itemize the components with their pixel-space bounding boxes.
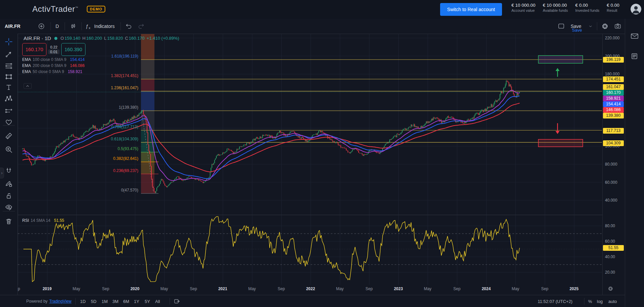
screenshot-button[interactable] <box>612 19 623 34</box>
change-value: +1.410 (+0.89%) <box>147 36 179 41</box>
price-tag: 160.170 <box>603 90 624 96</box>
account-stat: € 10 000.00Account value <box>511 3 535 12</box>
mail-button[interactable] <box>630 32 640 41</box>
add-symbol-button[interactable] <box>36 19 46 34</box>
ema-name: EMA <box>22 69 31 74</box>
target-box-upper[interactable] <box>538 56 583 63</box>
timeframe-1m[interactable]: 1M <box>102 295 108 307</box>
rsi-value: 51.55 <box>54 218 64 223</box>
timeframe-5y[interactable]: 5Y <box>145 295 150 307</box>
timeframe-5d[interactable]: 5D <box>91 295 97 307</box>
tool-fib-retracement[interactable] <box>3 61 14 71</box>
chart-legend: AIR.FR · 1D O159.140 H160.200 L158.820 C… <box>24 35 179 41</box>
buy-button[interactable]: 160.390 <box>61 43 85 56</box>
auto-scale-button[interactable]: auto <box>608 295 617 307</box>
crosshair-icon <box>4 37 13 46</box>
ema-legend-row[interactable]: EMA50 close 0 SMA 9158.921 <box>22 69 82 74</box>
ohlc-values: O159.140 H160.200 L158.820 C160.170 +1.4… <box>61 36 179 41</box>
tool-xabcd-pattern[interactable] <box>3 93 14 104</box>
svg-text:x: x <box>89 26 91 30</box>
tool-lock-drawings[interactable] <box>3 191 14 201</box>
timeframe-1d[interactable]: 1D <box>80 295 86 307</box>
tool-crosshair[interactable] <box>3 36 14 47</box>
toolbar-divider <box>3 211 15 211</box>
clock: 11:52:07 (UTC+2) <box>538 295 572 307</box>
fib-retracement[interactable] <box>141 29 602 194</box>
account-stat: € 10 000.00Available funds <box>543 3 568 12</box>
price-tag: 139.380 <box>603 113 624 118</box>
tool-drawing-mode[interactable] <box>3 178 14 189</box>
chevron-down-icon <box>588 24 593 29</box>
delete-drawings-icon <box>4 217 13 226</box>
tool-forecast[interactable] <box>3 105 14 116</box>
camera-icon <box>614 23 621 30</box>
sell-button[interactable]: 160.170 <box>22 43 46 56</box>
tool-trend-line[interactable] <box>3 49 14 60</box>
timeframe-1y[interactable]: 1Y <box>134 295 139 307</box>
redo-icon <box>137 23 145 30</box>
account-stat: € 0.00Result <box>607 3 619 12</box>
timeframe-all[interactable]: All <box>155 295 160 307</box>
legend-collapse-button[interactable] <box>24 83 32 89</box>
fib-label: 0.236(69.237) <box>84 168 138 173</box>
tool-zoom-in[interactable] <box>3 144 14 155</box>
ema-legend-row[interactable]: EMA200 close 0 SMA 9146.086 <box>22 63 84 68</box>
indicators-label: Indicators <box>94 24 115 29</box>
arrow-up[interactable] <box>556 68 560 77</box>
timeframe-6m[interactable]: 6M <box>123 295 129 307</box>
indicators-button[interactable]: ƒx Indicators <box>84 19 115 34</box>
time-label: 2022 <box>306 286 315 291</box>
fullscreen-button[interactable] <box>556 19 567 34</box>
candlestick-icon <box>70 23 77 30</box>
undo-button[interactable] <box>124 19 134 34</box>
ema-value: 154.414 <box>70 57 84 62</box>
time-label: 2023 <box>394 286 403 291</box>
activtrader-app: ActivTrader™ DEMO Switch to Real account… <box>0 0 644 307</box>
tool-rectangle[interactable] <box>3 71 14 82</box>
price-tag: 158.921 <box>603 96 624 101</box>
fib-label: 0.5(93.475) <box>84 146 138 151</box>
ema-params: 200 close 0 SMA 9 <box>33 63 66 68</box>
save-menu-button[interactable] <box>587 19 594 34</box>
avatar[interactable] <box>631 4 641 14</box>
interval-button[interactable]: D <box>53 19 61 34</box>
news-icon <box>630 52 639 61</box>
tool-text[interactable] <box>3 82 14 93</box>
rsi-tick: 40.00 <box>605 254 615 259</box>
switch-to-real-button[interactable]: Switch to Real account <box>440 3 502 16</box>
time-label: May <box>336 286 344 291</box>
rsi-legend: RSI 14 SMA 14 51.55 <box>22 218 64 223</box>
news-button[interactable] <box>630 52 640 61</box>
ema-name: EMA <box>22 57 31 62</box>
symbol-button[interactable]: AIR.FR <box>5 19 21 34</box>
go-to-date-button[interactable] <box>174 295 180 307</box>
timeframe-3m[interactable]: 3M <box>112 295 118 307</box>
chart-toolbar: AIR.FR D ƒx Indicators Save <box>0 19 644 34</box>
log-scale-button[interactable]: log <box>597 295 603 307</box>
right-sidebar <box>625 19 644 307</box>
price-scale-settings-button[interactable] <box>608 286 613 292</box>
legend-symbol[interactable]: AIR.FR · 1D <box>24 35 51 41</box>
chart-style-button[interactable] <box>68 19 79 34</box>
arrow-down[interactable] <box>556 123 560 134</box>
panel-expander-button[interactable]: › <box>0 168 4 178</box>
demo-badge: DEMO <box>87 6 105 12</box>
target-box-lower[interactable] <box>538 139 583 147</box>
price-tag: 154.414 <box>603 101 624 107</box>
tool-delete-drawings[interactable] <box>3 216 14 227</box>
redo-button[interactable] <box>136 19 146 34</box>
drawing-toolbar <box>0 34 18 295</box>
tradingview-link[interactable]: TradingView <box>49 299 71 304</box>
percent-scale-button[interactable]: % <box>588 295 592 307</box>
settings-button[interactable] <box>600 19 610 34</box>
ema-lines <box>23 91 520 181</box>
powered-by: Powered byTradingView <box>26 295 71 307</box>
tool-ruler[interactable] <box>3 131 14 141</box>
time-label: Sep <box>453 286 460 291</box>
rectangle-icon <box>4 72 13 81</box>
undo-icon <box>125 23 133 30</box>
ema-legend-row[interactable]: EMA100 close 0 SMA 9154.414 <box>22 57 84 62</box>
chart-canvas[interactable] <box>0 0 644 307</box>
tool-emoji[interactable] <box>3 117 14 128</box>
tool-magnet[interactable] <box>3 166 14 176</box>
